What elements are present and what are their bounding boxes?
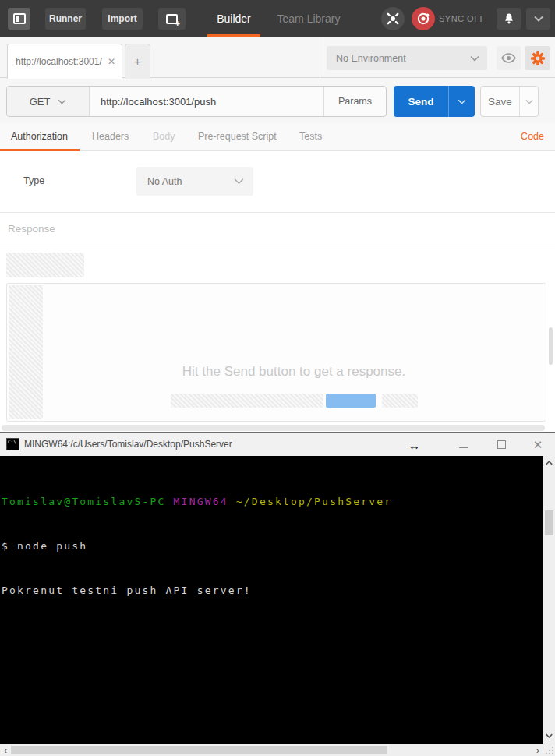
terminal-prompt-line: Tomislav@TomislavS-PC MINGW64 ~/Desktop/… [2, 494, 543, 509]
chevron-down-icon [470, 55, 479, 62]
terminal-scrollbar-thumb[interactable] [545, 510, 553, 535]
scroll-up-button[interactable] [543, 457, 555, 468]
close-tab-icon[interactable]: ✕ [104, 56, 115, 67]
new-window-button[interactable]: + [158, 8, 186, 30]
resize-grip-icon [543, 744, 555, 756]
horizontal-resize-cursor-icon: ↔ [408, 434, 420, 457]
interceptor-button[interactable] [381, 7, 405, 30]
tab-builder[interactable]: Builder [203, 0, 265, 37]
import-button[interactable]: Import [102, 8, 143, 30]
eye-icon [501, 53, 516, 63]
console-window-icon: C:\ [6, 438, 19, 450]
pane-resize-handle[interactable] [2, 425, 545, 431]
tab-body[interactable]: Body [153, 123, 175, 151]
response-viewer: Hit the Send button to get a response. [6, 283, 546, 422]
tab-tests[interactable]: Tests [299, 123, 322, 151]
sync-button[interactable] [412, 7, 435, 30]
sync-orbit-icon [415, 10, 432, 27]
sync-status-label: SYNC OFF [439, 14, 486, 23]
minimize-icon [459, 447, 468, 448]
params-button[interactable]: Params [323, 87, 386, 116]
sidebar-panes-icon [13, 13, 26, 24]
skeleton-bar [382, 394, 418, 408]
request-tab[interactable]: http://localhost:3001/ ✕ [7, 44, 122, 79]
request-config-tabs: Authorization Headers Body Pre-request S… [0, 123, 555, 151]
response-status-skeleton [6, 253, 84, 277]
sidebar-toggle-button[interactable] [8, 8, 30, 30]
terminal-command-line: $ node push [2, 539, 543, 553]
chevron-down-icon [58, 99, 66, 104]
close-button[interactable]: ✕ [528, 433, 548, 456]
new-window-icon: + [166, 14, 178, 24]
chevron-up-icon [546, 461, 553, 465]
request-builder-row: GET http://localhost:3001/push Params Se… [0, 78, 555, 123]
prompt-path: ~/Desktop/PushServer [236, 496, 393, 507]
tab-pre-request-script[interactable]: Pre-request Script [198, 123, 277, 151]
save-options-button[interactable] [520, 87, 538, 116]
terminal-titlebar[interactable]: C:\ MINGW64:/c/Users/Tomislav/Desktop/Pu… [0, 432, 555, 456]
request-tab-label: http://localhost:3001/ [16, 56, 104, 67]
tab-authorization[interactable]: Authorization [11, 123, 68, 151]
minimize-button[interactable] [453, 433, 473, 456]
prompt-user: Tomislav@TomislavS-PC [2, 496, 174, 507]
chevron-down-icon [234, 178, 244, 185]
maximize-icon [497, 440, 506, 449]
interceptor-icon [386, 12, 400, 26]
chevron-down-icon [534, 16, 543, 22]
save-button-group: Save [480, 86, 539, 117]
authorization-panel: Type No Auth [0, 151, 555, 213]
send-options-button[interactable] [449, 86, 475, 117]
send-button-group: Send [394, 86, 475, 117]
skeleton-bar [171, 394, 323, 408]
auth-type-label: Type [23, 175, 44, 186]
bell-icon [504, 12, 514, 25]
environment-value: No Environment [336, 53, 470, 64]
account-menu-button[interactable] [526, 8, 550, 30]
chevron-down-icon [458, 99, 466, 104]
terminal-scrollbar[interactable] [543, 456, 555, 744]
panel-scrollbar-thumb[interactable] [549, 327, 553, 365]
terminal-window-title: MINGW64:/c/Users/Tomislav/Desktop/PushSe… [24, 433, 232, 456]
maximize-button[interactable] [491, 433, 511, 456]
horizontal-scrollbar-thumb[interactable] [11, 746, 387, 754]
horizontal-scrollbar[interactable]: ‹ › [0, 744, 543, 756]
method-select[interactable]: GET [7, 87, 90, 116]
scroll-down-button[interactable] [543, 730, 555, 741]
gear-icon [530, 51, 546, 66]
save-button[interactable]: Save [481, 87, 519, 116]
app-toolbar: Runner Import + Builder Team Library SYN… [0, 0, 555, 37]
response-empty-message: Hit the Send button to get a response. [50, 364, 538, 380]
response-gutter-skeleton [9, 285, 43, 419]
chevron-down-icon [546, 733, 553, 738]
resize-grip[interactable] [543, 744, 555, 756]
response-section-title: Response [8, 223, 55, 235]
new-request-tab-button[interactable]: + [125, 44, 150, 79]
terminal-output-line: Pokrenut testni push API server! [2, 583, 543, 598]
code-link[interactable]: Code [521, 123, 544, 151]
terminal-output: Tomislav@TomislavS-PC MINGW64 ~/Desktop/… [0, 456, 543, 744]
auth-type-value: No Auth [147, 176, 234, 187]
tab-headers[interactable]: Headers [92, 123, 129, 151]
runner-button[interactable]: Runner [45, 8, 86, 30]
settings-button[interactable] [525, 46, 550, 70]
chevron-down-icon [525, 99, 533, 104]
method-value: GET [30, 96, 51, 108]
environment-preview-button[interactable] [497, 46, 521, 70]
send-button[interactable]: Send [394, 86, 448, 117]
response-divider [0, 246, 555, 246]
notifications-button[interactable] [497, 8, 521, 30]
url-input[interactable]: http://localhost:3001/push [90, 87, 323, 116]
prompt-env: MINGW64 [174, 496, 236, 507]
environment-select[interactable]: No Environment [327, 46, 487, 70]
scroll-right-button[interactable]: › [532, 744, 543, 756]
scroll-left-button[interactable]: ‹ [0, 744, 11, 756]
env-section-divider [320, 37, 320, 78]
skeleton-bar-blue [326, 394, 376, 408]
tab-team-library[interactable]: Team Library [271, 0, 346, 37]
request-tabs-row: http://localhost:3001/ ✕ + No Environmen… [0, 37, 555, 78]
url-group: GET http://localhost:3001/push Params [6, 86, 387, 117]
auth-type-select[interactable]: No Auth [136, 167, 253, 196]
